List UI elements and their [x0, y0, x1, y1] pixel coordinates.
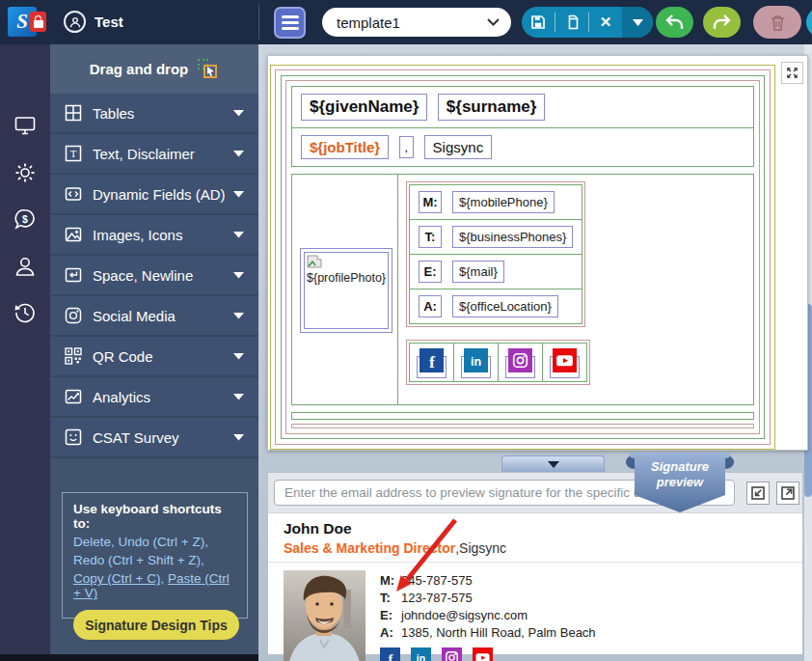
preview-collapse-tab[interactable] — [501, 455, 605, 472]
sidebar-item-images-icons[interactable]: Images, Icons — [50, 215, 258, 256]
topbar-divider — [258, 5, 259, 40]
arrow-in-icon — [750, 485, 766, 501]
csat-icon — [65, 428, 82, 446]
contact-block[interactable]: ${profilePhoto} M: ${mobilePhone} T: $ — [291, 174, 754, 405]
name-block[interactable]: ${givenName} ${surname} ${jobTitle} , Si… — [291, 86, 754, 167]
contact-row[interactable]: A: ${officeLocation} — [410, 289, 582, 323]
caret-down-icon — [548, 461, 559, 468]
surname-field[interactable]: ${surname} — [438, 94, 546, 121]
contact-value[interactable]: ${mobilePhone} — [452, 191, 555, 213]
signature-design-tips-button[interactable]: Signature Design Tips — [73, 610, 239, 640]
linkedin-icon[interactable]: in — [411, 647, 431, 661]
sigsync-logo[interactable]: S — [8, 5, 48, 40]
sidebar-item-dynamic-fields[interactable]: Dynamic Fields (AD) — [50, 175, 258, 215]
history-icon[interactable] — [14, 301, 37, 324]
contact-label: E: — [380, 607, 401, 624]
preview-profile-photo — [284, 570, 365, 661]
signature-canvas[interactable]: ${givenName} ${surname} ${jobTitle} , Si… — [267, 55, 808, 451]
social-icons-block[interactable]: f in — [406, 340, 590, 385]
ribbon-label-line2: preview — [657, 475, 703, 489]
chevron-down-icon — [233, 110, 244, 117]
preview-contact-row: T:123-787-575 — [380, 590, 596, 607]
contact-value[interactable]: ${mail} — [452, 261, 504, 283]
ribbon-label-line1: Signature — [651, 459, 709, 474]
facebook-icon[interactable]: f — [380, 647, 400, 661]
drag-and-drop-header[interactable]: Drag and drop — [50, 44, 258, 94]
sidebar-item-space-newline[interactable]: Space, Newline — [50, 256, 258, 296]
sidebar-item-tables[interactable]: Tables — [50, 94, 258, 134]
photo-cell[interactable]: ${profilePhoto} — [292, 175, 398, 404]
youtube-icon[interactable] — [473, 647, 493, 661]
profile-photo-placeholder[interactable]: ${profilePhoto} — [304, 252, 389, 329]
edge-action-button[interactable] — [806, 7, 812, 38]
contact-label[interactable]: E: — [419, 261, 442, 283]
sidebar-item-label: QR Code — [93, 348, 233, 365]
contact-label[interactable]: A: — [419, 295, 442, 317]
arrow-out-icon — [780, 485, 796, 501]
sidebar-item-text-disclaimer[interactable]: T Text, Disclaimer — [50, 134, 258, 175]
sidebar-item-csat-survey[interactable]: CSAT Survey — [50, 418, 258, 458]
linkedin-icon[interactable]: in — [461, 356, 491, 378]
given-name-field[interactable]: ${givenName} — [301, 94, 427, 121]
chevron-down-icon — [233, 151, 244, 157]
svg-text:in: in — [471, 355, 481, 369]
chevron-down-icon — [233, 394, 244, 400]
delete-button[interactable] — [753, 6, 801, 39]
sidebar-item-social-media[interactable]: Social Media — [50, 296, 258, 337]
instagram-icon[interactable] — [505, 356, 535, 378]
instagram-icon[interactable] — [442, 647, 462, 661]
open-preview-window-button[interactable] — [776, 482, 799, 505]
copy-button[interactable] — [555, 7, 588, 38]
gear-icon[interactable] — [14, 161, 37, 184]
contact-value[interactable]: ${officeLocation} — [452, 295, 558, 317]
template-select[interactable]: template1 — [322, 8, 511, 37]
dynamic-fields-icon — [65, 185, 82, 203]
undo-button[interactable] — [656, 7, 693, 38]
contact-table[interactable]: M: ${mobilePhone} T: ${businessPhones} E… — [406, 181, 585, 327]
empty-row[interactable] — [291, 412, 754, 420]
contact-row[interactable]: M: ${mobilePhone} — [410, 185, 582, 220]
user-chip[interactable]: Test — [64, 11, 123, 33]
sidebar-item-qr-code[interactable]: QR Code — [50, 337, 258, 377]
sidebar-item-label: Tables — [93, 105, 233, 122]
fullscreen-button[interactable] — [781, 62, 803, 84]
preview-job-title: Sales & Marketing Director — [284, 540, 455, 556]
save-button[interactable] — [522, 7, 555, 38]
collapse-preview-button[interactable] — [746, 482, 770, 505]
facebook-icon[interactable]: f — [417, 356, 447, 378]
comma-field[interactable]: , — [399, 136, 415, 158]
person-icon[interactable] — [14, 255, 37, 278]
save-dropdown-button[interactable] — [622, 7, 653, 38]
chevron-down-icon — [487, 18, 500, 26]
close-icon: ✕ — [600, 14, 612, 31]
sidebar-item-label: Social Media — [93, 308, 233, 324]
shortcuts-line: Redo (Ctrl + Shift + Z), — [73, 553, 236, 567]
profile-photo-label: ${profilePhoto} — [307, 271, 386, 285]
chevron-down-icon — [233, 313, 244, 319]
shortcuts-title: Use keyboard shortcuts to: — [73, 502, 236, 531]
signature-table-outer[interactable]: ${givenName} ${surname} ${jobTitle} , Si… — [270, 65, 775, 450]
job-title-field[interactable]: ${jobTitle} — [301, 135, 389, 159]
youtube-icon[interactable] — [550, 356, 580, 378]
svg-text:$: $ — [22, 213, 28, 225]
contact-row[interactable]: E: ${mail} — [410, 255, 582, 289]
redo-button[interactable] — [703, 7, 741, 38]
contact-label[interactable]: T: — [419, 226, 442, 248]
copy-icon — [565, 14, 580, 30]
contact-row[interactable]: T: ${businessPhones} — [410, 220, 582, 255]
sidebar-item-analytics[interactable]: Analytics — [50, 377, 258, 418]
empty-row[interactable] — [291, 424, 754, 428]
sidebar-item-label: Space, Newline — [93, 267, 233, 284]
monitor-icon[interactable] — [14, 114, 37, 137]
menu-button[interactable] — [274, 7, 306, 39]
dollar-chat-icon[interactable]: $ — [14, 207, 37, 231]
copy-shortcut-link[interactable]: Copy (Ctrl + C), — [73, 571, 164, 586]
contact-label[interactable]: M: — [419, 191, 442, 213]
social-media-icon — [65, 307, 82, 324]
save-icon — [530, 14, 546, 30]
contact-value[interactable]: ${businessPhones} — [452, 226, 573, 248]
trash-icon — [771, 14, 785, 31]
clear-button[interactable]: ✕ — [589, 7, 622, 38]
company-field[interactable]: Sigsync — [424, 135, 493, 159]
preview-name: John Doe — [284, 520, 802, 537]
